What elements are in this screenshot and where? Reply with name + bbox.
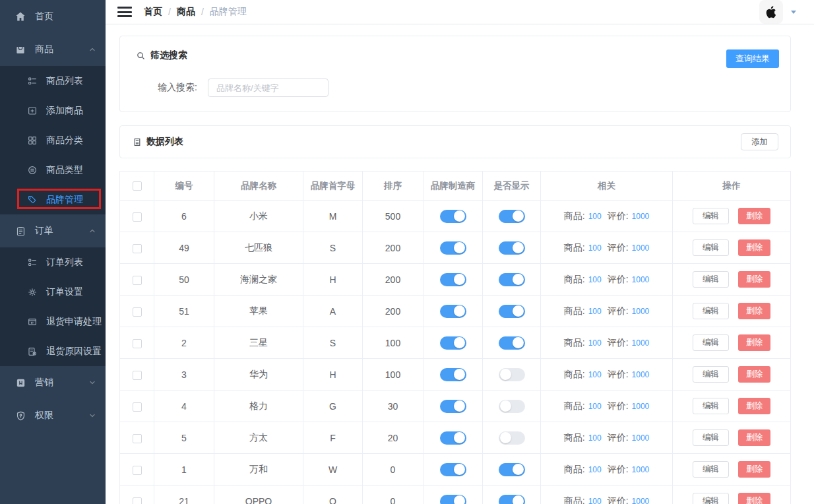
manufacturer-toggle[interactable]	[440, 400, 466, 413]
delete-button[interactable]: 删除	[738, 493, 770, 504]
sidebar-item-order-list[interactable]: 订单列表	[0, 247, 106, 277]
show-toggle[interactable]	[499, 336, 525, 350]
product-count-link[interactable]: 100	[588, 275, 602, 284]
query-results-button[interactable]: 查询结果	[726, 49, 779, 68]
sidebar-item-add-goods[interactable]: 添加商品	[0, 96, 106, 125]
show-toggle[interactable]	[499, 210, 525, 223]
brand-sort: 100	[363, 359, 423, 391]
product-count-link[interactable]: 100	[588, 370, 602, 379]
brand-sort: 500	[363, 201, 423, 232]
sidebar-item-order-settings[interactable]: 订单设置	[0, 277, 106, 307]
edit-button[interactable]: 编辑	[693, 493, 729, 504]
show-toggle[interactable]	[499, 241, 525, 255]
sidebar-item-home[interactable]: 首页	[0, 0, 106, 33]
edit-button[interactable]: 编辑	[693, 271, 729, 288]
row-checkbox[interactable]	[133, 339, 142, 348]
product-count-link[interactable]: 100	[588, 307, 602, 316]
edit-button[interactable]: 编辑	[693, 208, 729, 224]
manufacturer-toggle[interactable]	[440, 368, 466, 381]
show-toggle[interactable]	[499, 463, 525, 476]
sidebar-item-brand-management[interactable]: 品牌管理	[0, 185, 106, 214]
manufacturer-toggle[interactable]	[440, 241, 466, 255]
delete-button[interactable]: 删除	[738, 239, 770, 256]
row-checkbox[interactable]	[133, 371, 142, 380]
row-checkbox[interactable]	[133, 212, 142, 222]
manufacturer-toggle[interactable]	[440, 463, 466, 476]
breadcrumb-home[interactable]: 首页	[144, 6, 162, 18]
edit-button[interactable]: 编辑	[693, 334, 729, 351]
edit-button[interactable]: 编辑	[693, 398, 729, 414]
show-toggle[interactable]	[499, 273, 525, 286]
review-count-link[interactable]: 1000	[632, 243, 650, 253]
brand-id: 21	[154, 486, 214, 504]
review-count-link[interactable]: 1000	[632, 307, 650, 316]
delete-button[interactable]: 删除	[738, 398, 770, 414]
apple-logo-icon	[763, 4, 779, 20]
row-checkbox[interactable]	[133, 434, 142, 443]
row-checkbox[interactable]	[133, 276, 142, 285]
sidebar-item-goods-type[interactable]: 商品类型	[0, 155, 106, 185]
review-count-link[interactable]: 1000	[632, 370, 650, 379]
delete-button[interactable]: 删除	[738, 208, 770, 224]
show-toggle[interactable]	[499, 431, 525, 445]
topbar: 首页 / 商品 / 品牌管理	[106, 0, 814, 24]
sidebar-item-goods-list[interactable]: 商品列表	[0, 66, 106, 96]
sidebar-item-marketing[interactable]: 营销	[0, 366, 106, 399]
sidebar-item-goods-category[interactable]: 商品分类	[0, 125, 106, 155]
edit-button[interactable]: 编辑	[693, 429, 729, 446]
manufacturer-toggle[interactable]	[440, 336, 466, 350]
orders-submenu: 订单列表 订单设置 退货申请处理 退货原因设置	[0, 247, 106, 366]
review-count-link[interactable]: 1000	[632, 497, 650, 504]
row-checkbox[interactable]	[133, 497, 142, 504]
show-toggle[interactable]	[499, 400, 525, 413]
add-brand-button[interactable]: 添加	[741, 133, 778, 150]
brand-search-input[interactable]	[208, 79, 329, 97]
product-count-link[interactable]: 100	[588, 338, 602, 348]
edit-button[interactable]: 编辑	[693, 239, 729, 256]
row-checkbox[interactable]	[133, 466, 142, 475]
column-header-manufacturer: 品牌制造商	[423, 172, 483, 201]
review-count-link[interactable]: 1000	[632, 338, 650, 348]
manufacturer-toggle[interactable]	[440, 431, 466, 445]
edit-button[interactable]: 编辑	[693, 461, 729, 478]
product-count-link[interactable]: 100	[588, 212, 602, 221]
manufacturer-toggle[interactable]	[440, 210, 466, 223]
sidebar-item-permissions[interactable]: 权限	[0, 399, 106, 432]
delete-button[interactable]: 删除	[738, 461, 770, 478]
product-count-link[interactable]: 100	[588, 497, 602, 504]
row-checkbox[interactable]	[133, 402, 142, 412]
avatar[interactable]	[759, 0, 783, 24]
delete-button[interactable]: 删除	[738, 366, 770, 383]
delete-button[interactable]: 删除	[738, 303, 770, 319]
show-toggle[interactable]	[499, 495, 525, 504]
sidebar-item-return-reasons[interactable]: 退货原因设置	[0, 336, 106, 366]
hamburger-menu-icon[interactable]	[117, 7, 132, 17]
row-checkbox[interactable]	[133, 307, 142, 317]
manufacturer-toggle[interactable]	[440, 305, 466, 318]
breadcrumb-goods[interactable]: 商品	[177, 6, 195, 18]
edit-button[interactable]: 编辑	[693, 303, 729, 319]
select-all-checkbox[interactable]	[133, 181, 142, 191]
review-count-link[interactable]: 1000	[632, 212, 650, 221]
delete-button[interactable]: 删除	[738, 429, 770, 446]
delete-button[interactable]: 删除	[738, 334, 770, 351]
product-count-link[interactable]: 100	[588, 433, 602, 443]
review-count-link[interactable]: 1000	[632, 465, 650, 474]
edit-button[interactable]: 编辑	[693, 366, 729, 383]
user-menu[interactable]	[759, 0, 801, 24]
delete-button[interactable]: 删除	[738, 271, 770, 288]
show-toggle[interactable]	[499, 305, 525, 318]
sidebar-item-return-requests[interactable]: 退货申请处理	[0, 307, 106, 336]
row-checkbox[interactable]	[133, 244, 142, 253]
sidebar-item-orders[interactable]: 订单	[0, 214, 106, 247]
show-toggle[interactable]	[499, 368, 525, 381]
product-count-link[interactable]: 100	[588, 465, 602, 474]
product-count-link[interactable]: 100	[588, 402, 602, 411]
review-count-link[interactable]: 1000	[632, 433, 650, 443]
sidebar-item-goods[interactable]: 商品	[0, 33, 106, 66]
manufacturer-toggle[interactable]	[440, 273, 466, 286]
manufacturer-toggle[interactable]	[440, 495, 466, 504]
review-count-link[interactable]: 1000	[632, 275, 650, 284]
product-count-link[interactable]: 100	[588, 243, 602, 253]
review-count-link[interactable]: 1000	[632, 402, 650, 411]
